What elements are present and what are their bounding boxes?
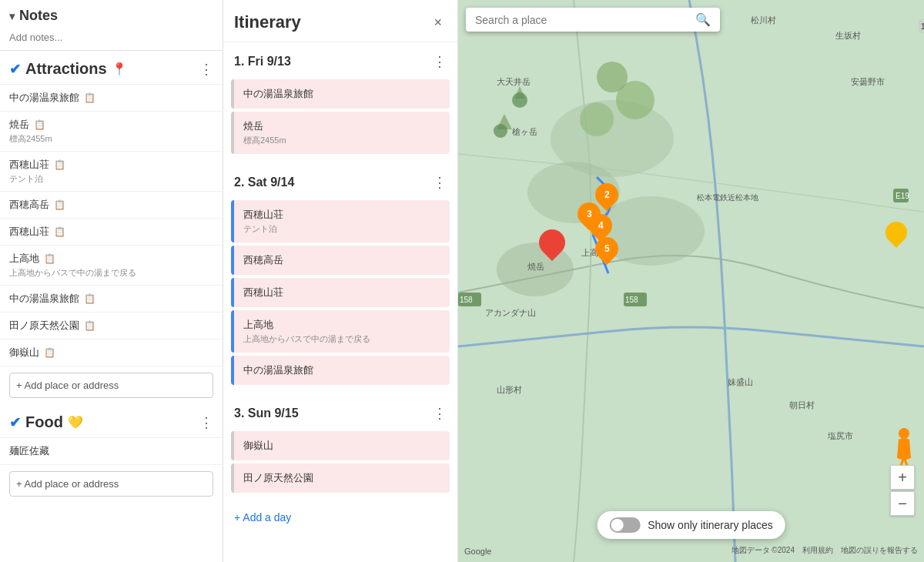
svg-text:焼岳: 焼岳 — [527, 262, 544, 271]
itinerary-place-item[interactable]: 御嶽山 — [231, 431, 450, 460]
google-logo: Google — [464, 547, 491, 556]
chevron-down-icon: ▾ — [9, 10, 15, 22]
map-search: 🔍 — [466, 8, 916, 32]
zoom-out-button[interactable]: − — [890, 491, 915, 516]
svg-text:槍ヶ岳: 槍ヶ岳 — [512, 127, 537, 136]
attraction-item[interactable]: 焼岳 📋 標高2455m — [0, 112, 223, 152]
day-title: 2. Sat 9/14 — [234, 176, 294, 189]
itinerary-place-sub: 標高2455m — [243, 135, 440, 146]
attraction-item[interactable]: 西穂山荘 📋 テント泊 — [0, 152, 223, 192]
attraction-item[interactable]: 西穂高岳 📋 — [0, 192, 223, 219]
place-name: 麺匠佐藏 — [9, 444, 213, 458]
itinerary-place-item[interactable]: 焼岳 標高2455m — [231, 112, 450, 154]
place-marker-icon: 📋 — [84, 320, 95, 331]
map-panel: 松川村 生坂村 安曇野市 大天井岳 槍ヶ岳 上高地 焼岳 アカンダナ山 松本電鉄… — [458, 0, 924, 562]
search-input[interactable] — [475, 14, 695, 26]
close-button[interactable]: × — [429, 13, 447, 32]
add-day-button[interactable]: + Add a day — [223, 502, 457, 533]
itinerary-place-item[interactable]: 西穂山荘 — [231, 278, 450, 307]
place-marker-icon: 📋 — [54, 159, 65, 170]
day-more-icon[interactable]: ⋮ — [433, 53, 447, 70]
svg-text:アカンダナ山: アカンダナ山 — [485, 308, 536, 317]
street-view-pegman[interactable] — [893, 427, 915, 466]
itinerary-toggle[interactable] — [609, 517, 640, 533]
place-marker-icon: 📋 — [34, 119, 45, 130]
toggle-label: Show only itinerary places — [648, 519, 773, 531]
red-map-pin[interactable] — [539, 229, 565, 256]
svg-point-7 — [580, 102, 614, 136]
place-marker-icon: 📋 — [84, 92, 95, 103]
itinerary-place-name: 御嶽山 — [243, 439, 440, 453]
attraction-item[interactable]: 上高地 📋 上高地からバスで中の湯まで戻る — [0, 246, 223, 286]
check-icon: ✔ — [9, 61, 21, 78]
itinerary-title: Itinerary — [234, 12, 301, 32]
itinerary-place-sub: 上高地からバスで中の湯まで戻る — [243, 333, 440, 345]
itinerary-day-1: 1. Fri 9/13 ⋮ 中の湯温泉旅館 焼岳 標高2455m — [223, 42, 457, 163]
pin-5-orange[interactable]: 5 — [595, 237, 618, 260]
food-more-icon[interactable]: ⋮ — [199, 414, 213, 431]
place-sub: 上高地からバスで中の湯まで戻る — [9, 267, 213, 279]
notes-section: ▾ Notes — [0, 0, 223, 51]
itinerary-place-item[interactable]: 田ノ原天然公園 — [231, 463, 450, 493]
place-sub: 標高2455m — [9, 133, 213, 145]
itinerary-place-name: 中の湯温泉旅館 — [243, 87, 440, 101]
svg-text:松本電鉄近松本地: 松本電鉄近松本地 — [697, 193, 758, 202]
zoom-in-button[interactable]: + — [890, 465, 915, 490]
search-bar: 🔍 — [466, 8, 720, 32]
itinerary-place-name: 西穂山荘 — [243, 286, 440, 299]
itinerary-place-name: 田ノ原天然公園 — [243, 471, 440, 485]
attraction-item[interactable]: 中の湯温泉旅館 📋 — [0, 286, 223, 313]
itinerary-place-item[interactable]: 中の湯温泉旅館 — [231, 79, 450, 109]
place-name: 西穂山荘 📋 — [9, 158, 213, 172]
itinerary-place-item[interactable]: 上高地 上高地からバスで中の湯まで戻る — [231, 310, 450, 353]
add-food-button[interactable]: + Add place or address — [9, 471, 213, 497]
itinerary-day-2: 2. Sat 9/14 ⋮ 西穂山荘 テント泊 西穂高岳 西穂山荘 上高地 上高… — [223, 163, 457, 394]
svg-text:158: 158 — [625, 296, 638, 304]
day-more-icon[interactable]: ⋮ — [433, 174, 447, 191]
day-title: 1. Fri 9/13 — [234, 55, 291, 69]
place-marker-icon: 📋 — [84, 293, 95, 304]
attraction-item[interactable]: 田ノ原天然公園 📋 — [0, 313, 223, 340]
itinerary-place-item[interactable]: 中の湯温泉旅館 — [231, 356, 450, 385]
notes-title: ▾ Notes — [9, 8, 213, 24]
attraction-item[interactable]: 中の湯温泉旅館 📋 — [0, 85, 223, 112]
attractions-header: ✔ Attractions 📍 ⋮ — [0, 51, 223, 85]
attractions-more-icon[interactable]: ⋮ — [199, 61, 213, 78]
svg-point-24 — [494, 124, 507, 138]
map-background: 松川村 生坂村 安曇野市 大天井岳 槍ヶ岳 上高地 焼岳 アカンダナ山 松本電鉄… — [458, 0, 924, 562]
google-text: Google — [464, 547, 491, 556]
food-item[interactable]: 麺匠佐藏 — [0, 438, 223, 465]
attraction-item[interactable]: 御嶽山 📋 — [0, 340, 223, 366]
place-marker-icon: 📋 — [44, 253, 55, 264]
place-sub: テント泊 — [9, 173, 213, 185]
left-panel: ▾ Notes ✔ Attractions 📍 ⋮ 中の湯温泉旅館 📋 焼岳 📋… — [0, 0, 223, 562]
place-name: 焼岳 📋 — [9, 118, 213, 132]
svg-text:塩尻市: 塩尻市 — [827, 431, 853, 440]
itinerary-place-name: 西穂高岳 — [243, 253, 440, 267]
itinerary-place-item[interactable]: 西穂山荘 テント泊 — [231, 200, 450, 243]
toggle-bar: Show only itinerary places — [597, 511, 785, 539]
svg-text:山形村: 山形村 — [497, 385, 522, 394]
day-title: 3. Sun 9/15 — [234, 406, 299, 420]
add-attraction-button[interactable]: + Add place or address — [9, 373, 213, 398]
place-name: 御嶽山 📋 — [9, 346, 213, 360]
attractions-title: ✔ Attractions 📍 — [9, 60, 127, 78]
attraction-item[interactable]: 西穂山荘 📋 — [0, 219, 223, 246]
itinerary-day-3: 3. Sun 9/15 ⋮ 御嶽山 田ノ原天然公園 — [223, 394, 457, 502]
place-name: 上高地 📋 — [9, 252, 213, 266]
place-marker-icon: 📋 — [54, 226, 65, 237]
day-header: 1. Fri 9/13 ⋮ — [223, 42, 457, 76]
pin-4-orange[interactable]: 4 — [589, 214, 612, 237]
food-header: ✔ Food 💛 ⋮ — [0, 404, 223, 438]
itinerary-panel: Itinerary × 1. Fri 9/13 ⋮ 中の湯温泉旅館 焼岳 標高2… — [223, 0, 458, 562]
itinerary-place-sub: テント泊 — [243, 223, 440, 235]
svg-point-6 — [597, 62, 628, 92]
yellow-map-pin[interactable] — [886, 222, 907, 243]
svg-text:158: 158 — [460, 296, 473, 304]
notes-input[interactable] — [9, 32, 213, 43]
day-more-icon[interactable]: ⋮ — [433, 405, 447, 422]
itinerary-place-name: 西穂山荘 — [243, 208, 440, 222]
itinerary-place-name: 中の湯温泉旅館 — [243, 363, 440, 377]
itinerary-days: 1. Fri 9/13 ⋮ 中の湯温泉旅館 焼岳 標高2455m 2. Sat … — [223, 42, 457, 502]
itinerary-place-item[interactable]: 西穂高岳 — [231, 246, 450, 275]
